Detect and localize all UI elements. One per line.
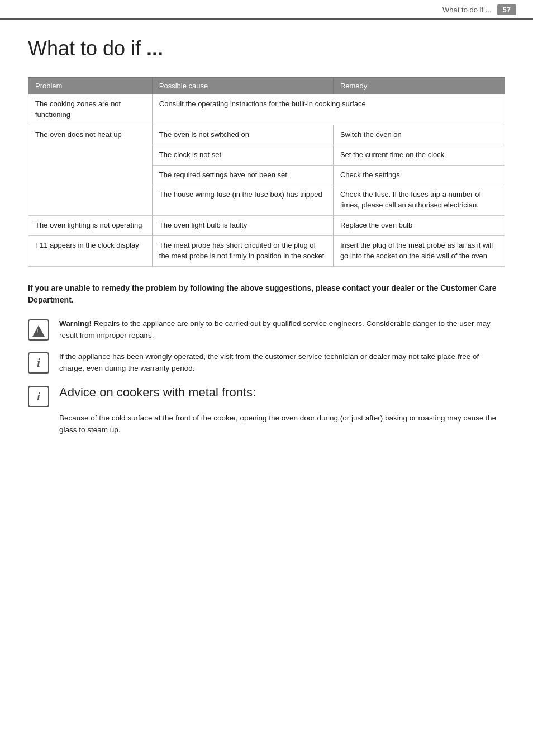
warning-triangle-icon — [32, 325, 45, 337]
problem-cell: The oven lighting is not operating — [28, 216, 153, 236]
advice-body: Because of the cold surface at the front… — [28, 413, 505, 436]
warning-text: Warning! Repairs to the appliance are on… — [59, 318, 505, 342]
remedy-cell: Set the current time on the clock — [333, 145, 505, 165]
col-cause-header: Possible cause — [152, 78, 333, 94]
table-row: The cooking zones are not functioning Co… — [28, 94, 505, 125]
remedy-cell: Check the fuse. If the fuses trip a numb… — [333, 185, 505, 216]
advice-icon-box: i — [28, 386, 49, 407]
remedy-cell: Insert the plug of the meat probe as far… — [333, 235, 505, 266]
remedy-cell: Switch the oven on — [333, 125, 505, 145]
cause-cell: Consult the operating instructions for t… — [152, 94, 505, 125]
page-title: What to do if ... — [28, 36, 505, 60]
cause-cell: The oven is not switched on — [152, 125, 333, 145]
col-remedy-header: Remedy — [333, 78, 505, 94]
cause-cell: The required settings have not been set — [152, 165, 333, 185]
advice-icon: i — [37, 390, 40, 403]
remedy-cell: Check the settings — [333, 165, 505, 185]
page-header: What to do if ... 57 — [0, 0, 533, 20]
page-number: 57 — [497, 4, 516, 15]
cause-cell: The house wiring fuse (in the fuse box) … — [152, 185, 333, 216]
table-row: The oven does not heat up The oven is no… — [28, 125, 505, 145]
info-text-1: If the appliance has been wrongly operat… — [59, 351, 505, 375]
problem-cell: The oven does not heat up — [28, 125, 153, 215]
advice-title: Advice on cookers with metal fronts: — [59, 385, 256, 401]
cause-cell: The meat probe has short circuited or th… — [152, 235, 333, 266]
problem-cell: The cooking zones are not functioning — [28, 94, 153, 125]
info-block-1: i If the appliance has been wrongly oper… — [28, 351, 505, 375]
main-content: What to do if ... Problem Possible cause… — [0, 20, 533, 459]
header-label: What to do if ... — [442, 6, 491, 14]
advice-header: i Advice on cookers with metal fronts: — [28, 385, 505, 407]
warning-block: Warning! Repairs to the appliance are on… — [28, 318, 505, 342]
col-problem-header: Problem — [28, 78, 153, 94]
cause-cell: The oven light bulb is faulty — [152, 216, 333, 236]
table-row: The oven lighting is not operating The o… — [28, 216, 505, 236]
info-icon-1: i — [37, 357, 40, 370]
problem-table: Problem Possible cause Remedy The cookin… — [28, 77, 505, 266]
advice-section: i Advice on cookers with metal fronts: B… — [28, 385, 505, 436]
table-header-row: Problem Possible cause Remedy — [28, 78, 505, 94]
problem-cell: F11 appears in the clock display — [28, 235, 153, 266]
notice-paragraph: If you are unable to remedy the problem … — [28, 282, 505, 306]
warning-icon-box — [28, 319, 49, 341]
cause-cell: The clock is not set — [152, 145, 333, 165]
table-row: F11 appears in the clock display The mea… — [28, 235, 505, 266]
info-icon-box-1: i — [28, 352, 49, 374]
remedy-cell: Replace the oven bulb — [333, 216, 505, 236]
